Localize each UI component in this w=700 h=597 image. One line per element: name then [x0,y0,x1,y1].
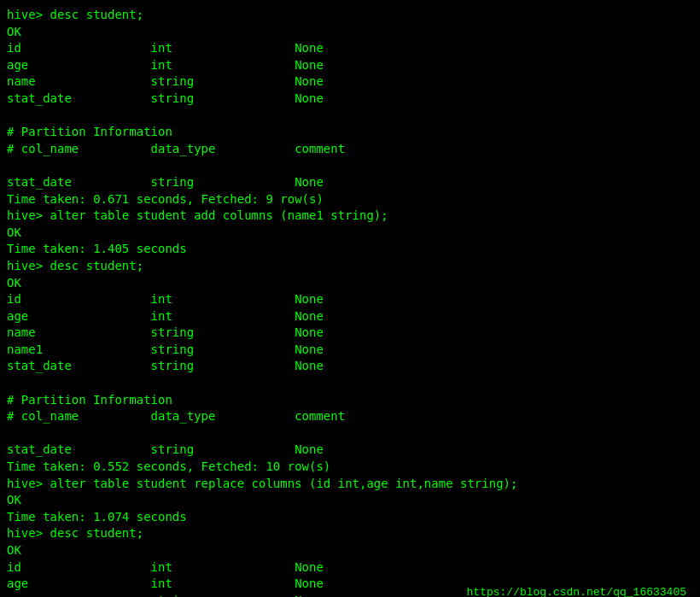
terminal-output: hive> desc student; OK id int None age i… [7,7,693,597]
watermark: https://blog.csdn.net/qq_16633405 [467,586,686,597]
terminal-window: hive> desc student; OK id int None age i… [7,7,693,597]
